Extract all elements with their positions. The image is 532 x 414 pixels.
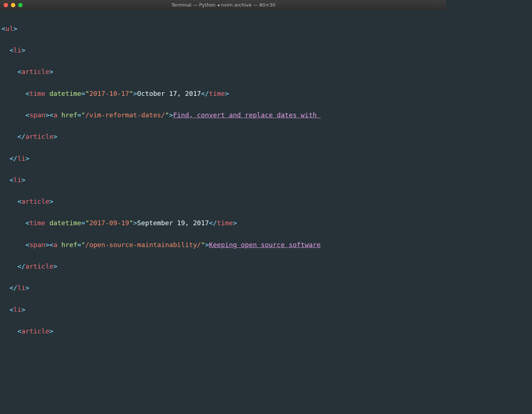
traffic-lights	[4, 3, 23, 7]
code-line: <ul>	[1, 23, 445, 34]
window-title: Terminal — Python ◂ nvim archive — 80×30	[171, 1, 275, 9]
titlebar: Terminal — Python ◂ nvim archive — 80×30	[0, 0, 447, 10]
link-text: Find, convert and replace dates with	[173, 111, 321, 119]
code-line: </li>	[1, 153, 445, 164]
code-line: <article>	[1, 66, 445, 77]
code-line: <span><a href="/vim-reformat-dates/">Fin…	[1, 110, 445, 121]
minimize-icon[interactable]	[11, 3, 15, 7]
link-text: Keeping open source software	[209, 241, 321, 249]
code-line: <time datetime="2017-08-22">2017-08-22</…	[1, 347, 445, 348]
code-line: </article>	[1, 131, 445, 142]
close-icon[interactable]	[4, 3, 8, 7]
code-line: <time datetime="2017-10-17">October 17, …	[1, 88, 445, 99]
code-line: <article>	[1, 196, 445, 207]
code-line: </li>	[1, 282, 445, 293]
code-line: <article>	[1, 326, 445, 337]
code-line: <li>	[1, 45, 445, 56]
maximize-icon[interactable]	[18, 3, 23, 7]
code-line: <li>	[1, 304, 445, 315]
code-line: </article>	[1, 261, 445, 272]
code-line: <li>	[1, 175, 445, 185]
editor-area[interactable]: <ul> <li> <article> <time datetime="2017…	[0, 10, 447, 348]
code-line: <span><a href="/open-source-maintainabil…	[1, 239, 445, 250]
code-line: <time datetime="2017-09-19">September 19…	[1, 218, 445, 229]
